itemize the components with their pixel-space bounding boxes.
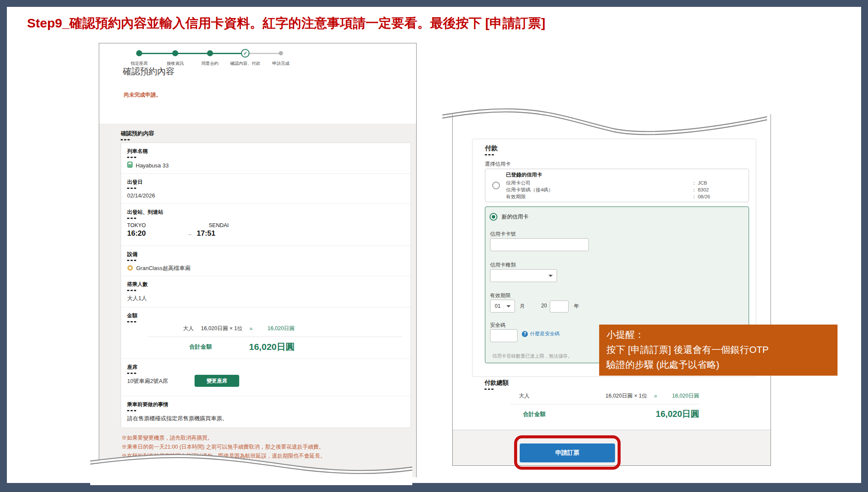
total-passenger-type: 大人 bbox=[519, 392, 530, 400]
change-seat-button[interactable]: 變更座席 bbox=[195, 375, 239, 387]
card-type-select[interactable] bbox=[490, 269, 557, 282]
dash-underline bbox=[485, 154, 494, 155]
expiry-year-input[interactable] bbox=[550, 301, 569, 313]
stepper-track-done bbox=[139, 53, 245, 54]
new-card-title: 新的信用卡 bbox=[502, 213, 529, 221]
payment-panel: 付款 選擇信用卡 已登錄的信用卡 信用卡公司 ： JCB 信用卡號碼（後4碼） … bbox=[452, 114, 771, 466]
slide-title: Step9_確認預約內容並輸入信用卡資料。紅字的注意事項請一定要看。最後按下 [… bbox=[27, 15, 545, 32]
equipment-label: 設備 bbox=[127, 251, 405, 258]
expiry-month-select[interactable]: 01 bbox=[490, 300, 515, 313]
departure-time: 16:20 bbox=[127, 229, 182, 238]
before-boarding-label: 乘車前要做的事情 bbox=[127, 401, 405, 408]
question-icon: ? bbox=[522, 331, 528, 337]
passengers-label: 搭乘人數 bbox=[127, 281, 405, 288]
slide-canvas: Step9_確認預約內容並輸入信用卡資料。紅字的注意事項請一定要看。最後按下 [… bbox=[7, 7, 861, 483]
granclass-icon bbox=[127, 265, 133, 272]
booking-summary-section: 確認預約內容 列車名稱 Hayabusa 33 出發日 02/14/2026 bbox=[99, 124, 416, 477]
price-amount: 16,020日圓 bbox=[258, 325, 295, 332]
expiry-month-value: 01 bbox=[490, 300, 515, 312]
dash-underline bbox=[127, 290, 137, 291]
cvv-input[interactable] bbox=[490, 329, 518, 342]
price-passenger-type: 大人 bbox=[183, 325, 194, 332]
year-suffix: 年 bbox=[574, 303, 579, 310]
price-calculation: 16,020日圓 × 1位 bbox=[201, 325, 243, 332]
caution-note-2: ※乘車日的前一天21:00 (日本時間) 之前可以無手續費取消，那之後要花退款手… bbox=[122, 443, 326, 452]
total-calculation: 16,020日圓 × 1位 bbox=[606, 392, 647, 400]
cvv-label: 安全碼 bbox=[490, 322, 506, 329]
before-boarding-value: 請在售票櫃檯或指定席售票機購買車票。 bbox=[127, 415, 228, 422]
seat-value: 10號車廂2號A席 bbox=[127, 377, 168, 385]
booking-confirmation-panel: ✓ 指定座席 接收資訊 同意合約 確認內容、付款 申請完成 確認預約內容 尚未完… bbox=[99, 43, 417, 477]
caution-note-1: ※如果要變更機票，請先取消再購買。 bbox=[122, 434, 326, 443]
train-name-row: 列車名稱 Hayabusa 33 bbox=[121, 143, 411, 174]
registered-card-title: 已登錄的信用卡 bbox=[506, 171, 743, 179]
cvv-help-link[interactable]: ? 什麼是安全碼 bbox=[522, 331, 560, 337]
new-card-radio[interactable] bbox=[490, 213, 497, 221]
divider bbox=[510, 404, 699, 404]
dash-underline bbox=[127, 410, 137, 411]
page-title: 確認預約內容 bbox=[123, 66, 174, 77]
grand-total-amount: 16,020日圓 bbox=[656, 408, 699, 420]
card-last4-label: 信用卡號碼（後4碼） bbox=[506, 186, 691, 193]
apply-ticket-button[interactable]: 申請訂票 bbox=[520, 443, 615, 462]
card-type-label: 信用卡種類 bbox=[490, 261, 516, 269]
dash-underline bbox=[121, 139, 130, 140]
incomplete-status-note: 尚未完成申請。 bbox=[124, 91, 161, 99]
before-boarding-row: 乘車前要做的事情 請在售票櫃檯或指定席售票機購買車票。 bbox=[121, 396, 411, 428]
stations-row: 出發站、到達站 TOKYO SENDAI 16:20 → 17:51 bbox=[121, 204, 411, 246]
stations-label: 出發站、到達站 bbox=[127, 209, 405, 216]
payment-title: 付款 bbox=[485, 144, 498, 152]
price-row: 金額 大人 16,020日圓 × 1位 = 16,020日圓 合計金額 16, bbox=[121, 307, 411, 359]
check-icon: ✓ bbox=[243, 51, 247, 56]
divider bbox=[149, 337, 402, 337]
payment-header: 付款 bbox=[485, 144, 498, 155]
payment-total-table: 大人 16,020日圓 × 1位 = 16,020日圓 合計金額 16,020日… bbox=[484, 392, 699, 420]
step-dot-3 bbox=[207, 50, 213, 56]
seat-row: 座席 10號車廂2號A席 變更座席 bbox=[121, 359, 411, 396]
dash-underline bbox=[127, 218, 137, 219]
total-amount-line: 16,020日圓 bbox=[662, 392, 699, 400]
year-prefix: 20 bbox=[541, 303, 547, 309]
step-label-5: 申請完成 bbox=[259, 61, 302, 67]
total-label: 合計金額 bbox=[189, 343, 212, 351]
registered-card-radio[interactable] bbox=[492, 182, 500, 189]
dash-underline bbox=[127, 321, 137, 322]
card-company-label: 信用卡公司 bbox=[506, 179, 691, 186]
card-last4-value: ： 8302 bbox=[691, 186, 709, 193]
price-label: 金額 bbox=[127, 312, 405, 319]
month-suffix: 月 bbox=[520, 303, 525, 310]
step-dot-2 bbox=[172, 50, 178, 56]
cvv-help-text: 什麼是安全碼 bbox=[530, 331, 560, 337]
reminder-callout: 小提醒： 按下 [申請訂票] 後還會有一個銀行OTP 驗證的步驟 (此處予以省略… bbox=[599, 325, 838, 376]
stepper-track-pending bbox=[245, 53, 281, 54]
section-header: 確認預約內容 bbox=[121, 130, 154, 140]
dash-underline bbox=[127, 373, 137, 374]
payment-total-title: 付款總額 bbox=[484, 379, 509, 387]
new-card-radio-row[interactable]: 新的信用卡 bbox=[490, 213, 529, 221]
departure-station: TOKYO bbox=[127, 222, 209, 228]
dash-underline bbox=[484, 389, 494, 390]
train-name-label: 列車名稱 bbox=[127, 148, 405, 155]
card-company-value: ： JCB bbox=[691, 179, 707, 186]
card-limit-note: 信用卡登錄數量已達上限，無法儲存。 bbox=[492, 353, 573, 359]
registered-card-option[interactable]: 已登錄的信用卡 信用卡公司 ： JCB 信用卡號碼（後4碼） ： 8302 有效… bbox=[485, 169, 749, 202]
total-equals: = bbox=[654, 393, 657, 399]
card-expiry-label: 有效期限 bbox=[506, 193, 691, 200]
callout-line-1: 小提醒： bbox=[606, 327, 830, 342]
arrow-right-icon: → bbox=[182, 231, 197, 237]
caution-note-3: ※在預約列車的發車時間之前可以退款，即使是因為航班延誤，退款期限也不會延長。 bbox=[122, 452, 326, 461]
card-expiry-value: ： 08/26 bbox=[691, 193, 710, 200]
grand-total-label: 合計金額 bbox=[523, 410, 545, 418]
dash-underline bbox=[127, 157, 137, 158]
price-equals: = bbox=[250, 326, 253, 332]
card-number-input[interactable] bbox=[490, 238, 589, 251]
passengers-row: 搭乘人數 大人1人 bbox=[121, 276, 411, 307]
card-number-label: 信用卡卡號 bbox=[490, 231, 516, 238]
departure-date-row: 出發日 02/14/2026 bbox=[121, 174, 411, 204]
step-dot-1 bbox=[136, 50, 142, 56]
step-check-icon: ✓ bbox=[241, 49, 250, 58]
seat-label: 座席 bbox=[127, 364, 405, 371]
dash-underline bbox=[127, 188, 137, 189]
step-dot-5 bbox=[279, 51, 283, 55]
arrival-station: SENDAI bbox=[209, 222, 229, 228]
